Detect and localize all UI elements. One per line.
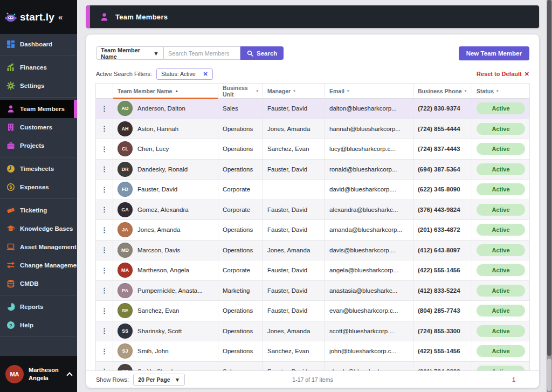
nav-divider: [0, 336, 77, 337]
scrollbar-thumb[interactable]: [547, 0, 551, 356]
status-cell: Active: [472, 301, 529, 321]
business-unit-cell: Operations: [218, 139, 263, 159]
sidebar-item-customers[interactable]: Customers: [0, 118, 77, 136]
table-row[interactable]: ⋮ JA Jones, Amanda Operations Fauster, D…: [96, 220, 529, 240]
email-cell: evan@bluesharkcorp.c...: [325, 301, 413, 321]
row-menu-button[interactable]: ⋮: [96, 119, 113, 139]
member-name-cell: SS Sharinsky, Scott: [113, 321, 218, 341]
column-header-business-unit[interactable]: Business Unit ▾: [218, 84, 263, 98]
status-badge: Active: [477, 244, 525, 256]
row-menu-button[interactable]: ⋮: [96, 99, 113, 119]
app-window: start.ly « Dashboard Finances Settings T…: [0, 0, 552, 392]
page-scrollbar[interactable]: [547, 0, 552, 392]
search-input[interactable]: [164, 46, 240, 60]
row-menu-button[interactable]: ⋮: [96, 260, 113, 280]
row-menu-button[interactable]: ⋮: [96, 200, 113, 220]
business-unit-cell: Sales: [218, 362, 263, 371]
header-menu-column: [96, 84, 113, 98]
manager-cell: [263, 180, 325, 200]
row-menu-button[interactable]: ⋮: [96, 362, 113, 371]
table-row[interactable]: ⋮ AH Aston, Hannah Operations Jones, Ama…: [96, 119, 529, 140]
column-header-business-phone[interactable]: Business Phone ▾: [413, 84, 472, 98]
sidebar-item-help[interactable]: ? Help: [0, 316, 77, 334]
row-menu-button[interactable]: ⋮: [96, 160, 113, 180]
member-name: Pumpernickle, Anasta...: [137, 287, 203, 294]
sidebar-item-ticketing[interactable]: Ticketing: [0, 201, 77, 219]
sidebar-item-projects[interactable]: Projects: [0, 136, 77, 155]
business-unit-cell: Operations: [218, 220, 263, 240]
row-menu-button[interactable]: ⋮: [96, 220, 113, 240]
page-size-select[interactable]: 20 Per Page ▼: [133, 374, 185, 386]
column-header-manager[interactable]: Manager ▾: [263, 84, 325, 98]
table-row[interactable]: ⋮ DR Dandesky, Ronald Operations Fauster…: [96, 160, 529, 180]
row-menu-button[interactable]: ⋮: [96, 321, 113, 341]
table-row[interactable]: ⋮ SS Smith, Shaela Sales Fauster, David …: [96, 362, 529, 371]
table-row[interactable]: ⋮ PA Pumpernickle, Anasta... Marketing F…: [96, 281, 529, 301]
table-row[interactable]: ⋮ SS Sharinsky, Scott Operations Jones, …: [96, 321, 529, 342]
avatar: MD: [118, 243, 133, 258]
manager-cell: Fauster, David: [263, 99, 325, 119]
column-header-team-member-name[interactable]: Team Member Name ▲: [113, 84, 218, 98]
column-header-status[interactable]: Status ▾: [472, 84, 529, 98]
manager-cell: Jones, Amanda: [263, 321, 325, 341]
page-number-1[interactable]: 1: [512, 376, 515, 383]
sidebar-item-change-management[interactable]: Change Management: [0, 256, 77, 274]
table-row[interactable]: ⋮ FD Fauster, David Corporate david@blue…: [96, 180, 529, 200]
phone-cell: (722) 830-9374: [413, 99, 472, 119]
row-menu-button[interactable]: ⋮: [96, 139, 113, 159]
email-cell: ronald@bluesharkcorp...: [325, 160, 413, 180]
column-header-email[interactable]: Email ▾: [325, 84, 413, 98]
avatar: JA: [118, 222, 133, 237]
member-name-cell: JA Jones, Amanda: [113, 220, 218, 240]
sidebar-item-knowledge-bases[interactable]: Knowledge Bases: [0, 219, 77, 238]
phone-cell: (622) 345-8090: [413, 180, 472, 200]
filter-chip-status-active[interactable]: Status: Active ✕: [156, 68, 213, 80]
email-cell: john@bluesharkcorp.c...: [325, 341, 413, 361]
user-menu[interactable]: MA Martheson Angela: [0, 356, 77, 392]
row-menu-button[interactable]: ⋮: [96, 240, 113, 260]
chip-close-icon[interactable]: ✕: [203, 71, 208, 78]
sidebar-item-finances[interactable]: Finances: [0, 58, 77, 77]
cmdb-icon: [6, 279, 15, 288]
status-badge: Active: [477, 123, 525, 135]
new-team-member-button[interactable]: New Team Member: [459, 46, 529, 60]
status-cell: Active: [472, 362, 529, 371]
table-row[interactable]: ⋮ SE Sanchez, Evan Operations Fauster, D…: [96, 301, 529, 321]
sidebar-item-dashboard[interactable]: Dashboard: [0, 35, 77, 53]
manager-cell: Fauster, David: [263, 220, 325, 240]
sidebar-item-reports[interactable]: Reports: [0, 298, 77, 316]
search-icon: [247, 50, 253, 57]
phone-cell: (724) 855-4444: [413, 119, 472, 139]
sidebar-item-timesheets[interactable]: Timesheets: [0, 160, 77, 178]
sidebar-collapse-icon[interactable]: «: [58, 12, 63, 22]
email-cell: amanda@bluesharkcorp...: [325, 220, 413, 240]
table-row[interactable]: ⋮ CL Chen, Lucy Operations Sanchez, Evan…: [96, 139, 529, 160]
row-menu-button[interactable]: ⋮: [96, 180, 113, 200]
search-button[interactable]: Search: [240, 46, 284, 60]
items-range-text: 1-17 of 17 items: [292, 376, 333, 383]
sidebar-item-asset-management[interactable]: Asset Management: [0, 238, 77, 256]
member-name-cell: DR Dandesky, Ronald: [113, 160, 218, 180]
reset-to-default-button[interactable]: Reset to Default ✕: [477, 71, 529, 78]
row-menu-button[interactable]: ⋮: [96, 341, 113, 361]
nav-divider: [0, 295, 77, 295]
row-menu-button[interactable]: ⋮: [96, 301, 113, 321]
sidebar-item-cmdb[interactable]: CMDB: [0, 274, 77, 293]
table-row[interactable]: ⋮ GA Gomez, Alexandra Corporate Fauster,…: [96, 200, 529, 221]
sidebar-item-expenses[interactable]: $ Expenses: [0, 178, 77, 196]
svg-text:?: ?: [9, 322, 12, 328]
sort-icon: ▾: [347, 89, 349, 93]
member-name: Chen, Lucy: [137, 146, 169, 152]
status-badge: Active: [477, 285, 525, 297]
table-row[interactable]: ⋮ AD Anderson, Dalton Sales Fauster, Dav…: [96, 99, 529, 119]
row-menu-button[interactable]: ⋮: [96, 281, 113, 301]
table-row[interactable]: ⋮ MA Martheson, Angela Corporate Fauster…: [96, 260, 529, 281]
table-row[interactable]: ⋮ SJ Smih, John Operations Sanchez, Evan…: [96, 341, 529, 362]
member-name: Marcson, Davis: [137, 247, 180, 253]
sidebar-item-settings[interactable]: Settings: [0, 77, 77, 95]
search-field-select[interactable]: Team Member Name ▼: [96, 46, 164, 60]
status-cell: Active: [472, 99, 529, 119]
table-row[interactable]: ⋮ MD Marcson, Davis Operations Jones, Am…: [96, 240, 529, 261]
nav-divider: [0, 198, 77, 199]
sidebar-item-team-members[interactable]: Team Members: [0, 100, 77, 118]
